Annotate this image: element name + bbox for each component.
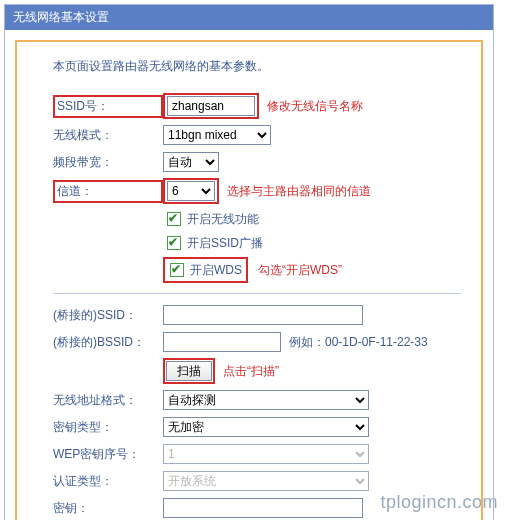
wireless-settings-panel: 无线网络基本设置 本页面设置路由器无线网络的基本参数。 SSID号： 修改无线信…: [4, 4, 494, 520]
channel-select[interactable]: 6: [167, 181, 215, 201]
panel-title: 无线网络基本设置: [5, 5, 493, 30]
row-channel: 信道： 6 选择与主路由器相同的信道: [53, 178, 461, 204]
panel-body: 本页面设置路由器无线网络的基本参数。 SSID号： 修改无线信号名称 无线模式：…: [15, 40, 483, 520]
note-channel: 选择与主路由器相同的信道: [227, 183, 371, 200]
divider-1: [53, 293, 461, 294]
note-ssid: 修改无线信号名称: [267, 98, 363, 115]
row-auth-type: 认证类型： 开放系统: [53, 470, 461, 492]
bridge-ssid-input[interactable]: [163, 305, 363, 325]
row-ssid: SSID号： 修改无线信号名称: [53, 93, 461, 119]
label-auth-type: 认证类型：: [53, 473, 163, 490]
ssid-input[interactable]: [167, 96, 255, 116]
label-addr-format: 无线地址格式：: [53, 392, 163, 409]
enable-ssid-broadcast-checkbox[interactable]: [167, 236, 181, 250]
key-input: [163, 498, 363, 518]
scan-wrap: 扫描: [163, 358, 215, 384]
bandwidth-select[interactable]: 自动: [163, 152, 219, 172]
wds-group: 开启WDS: [163, 257, 248, 283]
field-channel-wrap: 6: [163, 178, 219, 204]
wireless-mode-select[interactable]: 11bgn mixed: [163, 125, 271, 145]
enable-wireless-checkbox[interactable]: [167, 212, 181, 226]
row-addr-format: 无线地址格式： 自动探测: [53, 389, 461, 411]
intro-text: 本页面设置路由器无线网络的基本参数。: [53, 58, 461, 75]
row-bridge-ssid: (桥接的)SSID：: [53, 304, 461, 326]
enable-wds-checkbox[interactable]: [170, 263, 184, 277]
label-key-type: 密钥类型：: [53, 419, 163, 436]
row-key-type: 密钥类型： 无加密: [53, 416, 461, 438]
label-enable-wireless: 开启无线功能: [187, 211, 259, 228]
field-ssid-wrap: [163, 93, 259, 119]
row-enable-ssid-broadcast: 开启SSID广播: [163, 233, 461, 253]
addr-format-select[interactable]: 自动探测: [163, 390, 369, 410]
row-scan: 扫描 点击“扫描”: [163, 358, 461, 384]
label-enable-wds: 开启WDS: [190, 262, 242, 279]
watermark: tplogincn.com: [380, 492, 498, 513]
example-bssid: 例如：00-1D-0F-11-22-33: [289, 334, 428, 351]
row-bandwidth: 频段带宽： 自动: [53, 151, 461, 173]
row-wep-index: WEP密钥序号： 1: [53, 443, 461, 465]
key-type-select[interactable]: 无加密: [163, 417, 369, 437]
scan-button[interactable]: 扫描: [166, 361, 212, 381]
label-key: 密钥：: [53, 500, 163, 517]
row-wireless-mode: 无线模式： 11bgn mixed: [53, 124, 461, 146]
label-wireless-mode: 无线模式：: [53, 127, 163, 144]
label-bridge-ssid: (桥接的)SSID：: [53, 307, 163, 324]
label-ssid: SSID号：: [53, 95, 163, 118]
label-enable-ssid-broadcast: 开启SSID广播: [187, 235, 263, 252]
label-channel: 信道：: [53, 180, 163, 203]
row-enable-wds: 开启WDS 勾选“开启WDS”: [163, 257, 461, 283]
bridge-bssid-input[interactable]: [163, 332, 281, 352]
row-enable-wireless: 开启无线功能: [163, 209, 461, 229]
wep-index-select: 1: [163, 444, 369, 464]
row-bridge-bssid: (桥接的)BSSID： 例如：00-1D-0F-11-22-33: [53, 331, 461, 353]
label-bridge-bssid: (桥接的)BSSID：: [53, 334, 163, 351]
auth-type-select: 开放系统: [163, 471, 369, 491]
note-scan: 点击“扫描”: [223, 363, 279, 380]
label-wep-index: WEP密钥序号：: [53, 446, 163, 463]
note-wds: 勾选“开启WDS”: [258, 262, 342, 279]
label-bandwidth: 频段带宽：: [53, 154, 163, 171]
